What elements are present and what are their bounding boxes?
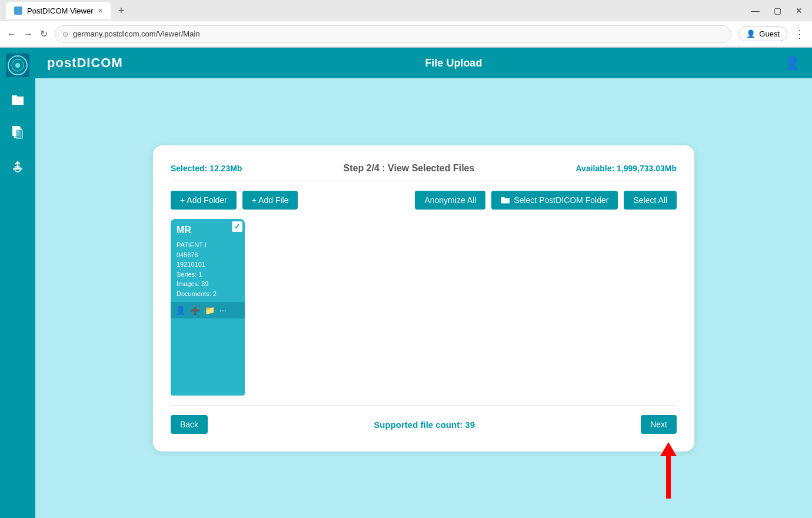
available-info: Available: 1,999,733.03Mb [576, 164, 677, 173]
back-button[interactable]: Back [171, 415, 208, 434]
browser-tab[interactable]: PostDICOM Viewer × [6, 2, 111, 19]
forward-button[interactable]: → [24, 29, 33, 39]
upload-panel: Selected: 12.23Mb Step 2/4 : View Select… [153, 145, 694, 451]
maximize-button[interactable]: ▢ [770, 5, 785, 16]
tab-favicon [14, 6, 22, 15]
files-grid: MR ✓ PATIENT I 045678 19210101 Series: 1 [171, 219, 677, 396]
url-text: germany.postdicom.com/Viewer/Main [73, 29, 200, 38]
sidebar-item-folder[interactable] [7, 89, 28, 110]
select-postdicom-folder-button[interactable]: Select PostDICOM Folder [491, 191, 618, 210]
add-file-button[interactable]: + Add File [242, 191, 298, 210]
folder-icon [501, 196, 510, 204]
images-count: Images: 39 [177, 279, 239, 289]
svg-point-2 [15, 63, 20, 68]
refresh-button[interactable]: ↻ [40, 28, 48, 39]
file-card-check-icon: ✓ [232, 221, 242, 232]
new-tab-button[interactable]: + [118, 5, 125, 17]
folder-move-icon[interactable]: 📁 [205, 306, 215, 315]
sidebar-logo [6, 54, 29, 77]
supported-count: Supported file count: 39 [374, 420, 475, 430]
guest-label: Guest [759, 29, 780, 38]
browser-chrome: PostDICOM Viewer × + — ▢ ✕ ← → ↻ ⊙ germa… [0, 0, 812, 48]
user-icon[interactable]: 👤 [784, 55, 800, 71]
svg-rect-5 [16, 130, 22, 138]
file-card-title: MR [177, 225, 239, 235]
selected-info: Selected: 12.23Mb [171, 164, 242, 173]
next-button[interactable]: Next [641, 415, 677, 434]
red-arrow-annotation [660, 442, 677, 499]
title-bar-left: PostDICOM Viewer × + [6, 2, 124, 19]
anonymize-all-button[interactable]: Anonymize All [415, 191, 485, 210]
guest-button[interactable]: 👤 Guest [738, 26, 787, 41]
file-card-footer: 👤 ➕ 📁 ··· [171, 302, 245, 318]
arrow-head [660, 442, 677, 456]
sidebar [0, 48, 35, 518]
panel-footer: Back Supported file count: 39 Next [171, 405, 677, 434]
back-button[interactable]: ← [7, 29, 16, 39]
guest-icon: 👤 [746, 29, 756, 38]
right-section: postDICOM File Upload 👤 Selected: 12.23M… [35, 48, 812, 518]
panel-header: Selected: 12.23Mb Step 2/4 : View Select… [171, 163, 677, 181]
url-input[interactable]: ⊙ germany.postdicom.com/Viewer/Main [55, 25, 731, 43]
arrow-shaft [666, 456, 671, 499]
patient-num: 045678 [177, 250, 239, 260]
file-card-info: PATIENT I 045678 19210101 Series: 1 Imag… [177, 240, 239, 298]
step-title: Step 2/4 : View Selected Files [344, 163, 475, 174]
patient-id: PATIENT I [177, 240, 239, 250]
address-bar: ← → ↻ ⊙ germany.postdicom.com/Viewer/Mai… [0, 21, 812, 47]
tab-close-button[interactable]: × [98, 6, 102, 15]
browser-menu-button[interactable]: ⋮ [794, 28, 805, 41]
add-folder-button[interactable]: + Add Folder [171, 191, 237, 210]
top-bar: postDICOM File Upload 👤 [35, 48, 812, 78]
page-title: File Upload [425, 57, 482, 69]
patient-icon[interactable]: 👤 [175, 306, 185, 315]
patient-dob: 19210101 [177, 260, 239, 270]
more-options-icon[interactable]: ··· [219, 306, 227, 315]
file-card[interactable]: MR ✓ PATIENT I 045678 19210101 Series: 1 [171, 219, 245, 396]
select-postdicom-label: Select PostDICOM Folder [514, 195, 608, 205]
right-buttons: Anonymize All Select PostDICOM Folder Se… [415, 191, 677, 210]
close-button[interactable]: ✕ [792, 5, 806, 16]
series-count: Series: 1 [177, 270, 239, 280]
tab-title: PostDICOM Viewer [27, 6, 93, 15]
main-content: Selected: 12.23Mb Step 2/4 : View Select… [35, 78, 812, 518]
add-icon[interactable]: ➕ [190, 306, 200, 315]
title-bar-controls: — ▢ ✕ [748, 5, 806, 16]
url-lock-icon: ⊙ [62, 30, 68, 38]
app-logo: postDICOM [47, 55, 123, 71]
sidebar-item-upload[interactable] [7, 155, 28, 176]
action-buttons: + Add Folder + Add File Anonymize All Se… [171, 191, 677, 210]
sidebar-item-documents[interactable] [7, 122, 28, 143]
file-card-body: MR ✓ PATIENT I 045678 19210101 Series: 1 [171, 219, 245, 302]
minimize-button[interactable]: — [748, 5, 763, 16]
documents-count: Documents: 2 [177, 289, 239, 299]
title-bar: PostDICOM Viewer × + — ▢ ✕ [0, 0, 812, 21]
app-container: postDICOM File Upload 👤 Selected: 12.23M… [0, 48, 812, 518]
select-all-button[interactable]: Select All [624, 191, 677, 210]
